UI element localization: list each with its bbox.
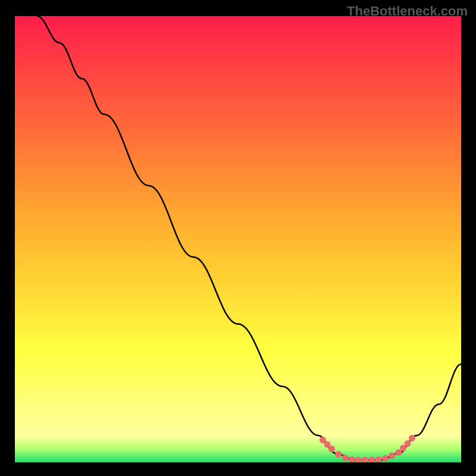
highlight-dot <box>328 446 335 452</box>
highlight-dot <box>409 435 415 441</box>
highlight-dot <box>389 452 395 459</box>
watermark-text: TheBottleneck.com <box>347 4 468 19</box>
highlight-dot <box>335 451 342 458</box>
highlight-dot <box>342 455 349 461</box>
chart-background <box>15 16 461 462</box>
highlight-dot <box>382 455 389 462</box>
chart-svg <box>15 16 461 462</box>
chart-area <box>15 16 461 462</box>
highlight-dot <box>405 440 411 447</box>
